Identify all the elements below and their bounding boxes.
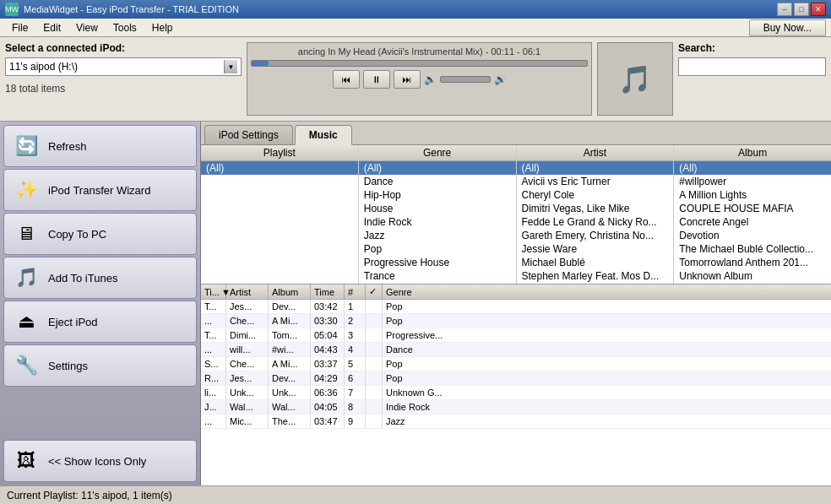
list-item[interactable]: Hip-Hop (359, 188, 516, 202)
list-item[interactable]: Michael Bublé (517, 256, 674, 269)
list-item[interactable]: Cheryl Cole (517, 188, 674, 202)
list-item[interactable]: (All) (359, 161, 516, 175)
track-cell-title: S... (201, 357, 226, 371)
buy-now-button[interactable]: Buy Now... (749, 19, 826, 36)
list-item[interactable]: Dance (359, 175, 516, 188)
itunes-icon: 🎵 (11, 263, 41, 293)
list-item[interactable]: Jazz (359, 229, 516, 242)
col-header-num[interactable]: # (345, 285, 366, 299)
table-row[interactable]: ... will... #wi... 04:43 4 Dance (201, 343, 831, 357)
track-cell-title: T... (201, 300, 226, 313)
menu-edit[interactable]: Edit (36, 20, 68, 35)
album-filter-list[interactable]: (All)#willpowerA Million LightsCOUPLE HO… (674, 161, 831, 284)
player-panel: ancing In My Head (Avicii's Instrumental… (247, 42, 592, 116)
list-item[interactable]: (All) (517, 161, 674, 175)
list-item[interactable]: Stephen Marley Feat. Mos D... (517, 269, 674, 283)
track-cell-num: 5 (345, 357, 366, 371)
list-item[interactable]: #willpower (674, 175, 831, 188)
menu-help[interactable]: Help (145, 20, 180, 35)
list-item[interactable]: Unknown Genre (359, 283, 516, 284)
col-header-title[interactable]: Ti... ▼ (201, 285, 226, 299)
ipod-dropdown[interactable]: 11's aipod (H:\) ▼ (5, 57, 242, 76)
track-cell-artist: Jes... (226, 300, 269, 313)
menu-tools[interactable]: Tools (106, 20, 144, 35)
track-cell-num: 7 (345, 386, 366, 399)
list-item[interactable]: COUPLE HOUSE MAFIA (674, 202, 831, 215)
sidebar: 🔄 Refresh ✨ iPod Transfer Wizard 🖥 Copy … (0, 122, 201, 485)
prev-button[interactable]: ⏮ (333, 70, 360, 89)
ipod-count: 18 total items (5, 83, 242, 95)
sidebar-item-settings[interactable]: 🔧 Settings (3, 344, 197, 387)
track-rows[interactable]: T... Jes... Dev... 03:42 1 Pop ... Che..… (201, 300, 831, 485)
track-table: Ti... ▼ Artist Album Time # ✓ Genre T...… (201, 285, 831, 485)
playlist-filter-list[interactable]: (All) (201, 161, 358, 284)
list-item[interactable]: (All) (201, 161, 358, 175)
list-item[interactable]: Tomorrowland Anthem 201... (674, 256, 831, 269)
track-cell-check (366, 386, 383, 399)
track-cell-title: T... (201, 328, 226, 342)
dropdown-arrow-icon: ▼ (224, 60, 237, 73)
tab-music[interactable]: Music (295, 125, 352, 145)
volume-up-icon: 🔊 (494, 73, 507, 85)
menu-view[interactable]: View (69, 20, 105, 35)
table-row[interactable]: ... Mic... The... 03:47 9 Jazz (201, 415, 831, 429)
search-input[interactable] (678, 57, 826, 76)
col-header-time[interactable]: Time (311, 285, 345, 299)
sidebar-item-copy[interactable]: 🖥 Copy To PC (3, 213, 197, 255)
table-row[interactable]: T... Jes... Dev... 03:42 1 Pop (201, 300, 831, 314)
progress-bar[interactable] (251, 60, 588, 67)
genre-filter-list[interactable]: (All)DanceHip-HopHouseIndie RockJazzPopP… (359, 161, 516, 284)
table-row[interactable]: ... Che... A Mi... 03:30 2 Pop (201, 314, 831, 328)
list-item[interactable]: The Michael Bublé Collectio... (674, 242, 831, 256)
list-item[interactable]: Dimitri Vegas, Like Mike (517, 202, 674, 215)
menu-file[interactable]: File (5, 20, 35, 35)
sidebar-item-itunes[interactable]: 🎵 Add To iTunes (3, 257, 197, 299)
col-header-album[interactable]: Album (269, 285, 311, 299)
list-item[interactable]: Fedde Le Grand & Nicky Ro... (517, 215, 674, 229)
volume-slider[interactable] (440, 76, 491, 83)
next-button[interactable]: ⏭ (394, 70, 421, 89)
table-row[interactable]: S... Che... A Mi... 03:37 5 Pop (201, 357, 831, 371)
track-cell-check (366, 314, 383, 328)
sidebar-item-transfer[interactable]: ✨ iPod Transfer Wizard (3, 169, 197, 211)
list-item[interactable]: Pop (359, 242, 516, 256)
icons-only-label: << Show Icons Only (48, 455, 146, 468)
list-item[interactable]: Urban Express 706Y (674, 283, 831, 284)
table-row[interactable]: J... Wal... Wal... 04:05 8 Indie Rock (201, 400, 831, 415)
table-row[interactable]: li... Unk... Unk... 06:36 7 Unknown G... (201, 386, 831, 400)
list-item[interactable]: Avicii vs Eric Turner (517, 175, 674, 188)
list-item[interactable]: Concrete Angel (674, 215, 831, 229)
track-cell-album: A Mi... (269, 357, 311, 371)
list-item[interactable]: Progressive House (359, 256, 516, 269)
table-row[interactable]: T... Dimi... Tom... 05:04 3 Progressive.… (201, 328, 831, 343)
track-cell-artist: Dimi... (226, 328, 269, 342)
col-header-check[interactable]: ✓ (366, 285, 383, 299)
list-item[interactable]: House (359, 202, 516, 215)
artist-filter-list[interactable]: (All)Avicii vs Eric TurnerCheryl ColeDim… (517, 161, 674, 284)
list-item[interactable]: Indie Rock (359, 215, 516, 229)
list-item[interactable]: (All) (674, 161, 831, 175)
col-header-artist[interactable]: Artist (226, 285, 269, 299)
sidebar-item-refresh[interactable]: 🔄 Refresh (3, 125, 197, 167)
list-item[interactable]: Trance (359, 269, 516, 283)
refresh-icon: 🔄 (11, 131, 41, 161)
maximize-button[interactable]: □ (794, 3, 809, 16)
track-cell-time: 04:43 (311, 343, 345, 356)
minimize-button[interactable]: – (777, 3, 792, 16)
sidebar-item-icons-only[interactable]: 🖼 << Show Icons Only (3, 440, 197, 482)
close-button[interactable]: ✕ (811, 3, 826, 16)
list-item[interactable]: Devotion (674, 229, 831, 242)
list-item[interactable]: Gareth Emery, Christina No... (517, 229, 674, 242)
sidebar-item-eject[interactable]: ⏏ Eject iPod (3, 301, 197, 343)
tab-ipod-settings[interactable]: iPod Settings (204, 125, 293, 144)
track-cell-album: A Mi... (269, 314, 311, 328)
list-item[interactable]: Unknown Artist (517, 283, 674, 284)
list-item[interactable]: Jessie Ware (517, 242, 674, 256)
list-item[interactable]: Unknown Album (674, 269, 831, 283)
track-cell-album: Wal... (269, 400, 311, 414)
table-row[interactable]: R... Jes... Dev... 04:29 6 Pop (201, 371, 831, 386)
list-item[interactable]: A Million Lights (674, 188, 831, 202)
pause-button[interactable]: ⏸ (363, 70, 390, 89)
music-note-icon: 🎵 (618, 63, 652, 95)
col-header-genre[interactable]: Genre (383, 285, 831, 299)
